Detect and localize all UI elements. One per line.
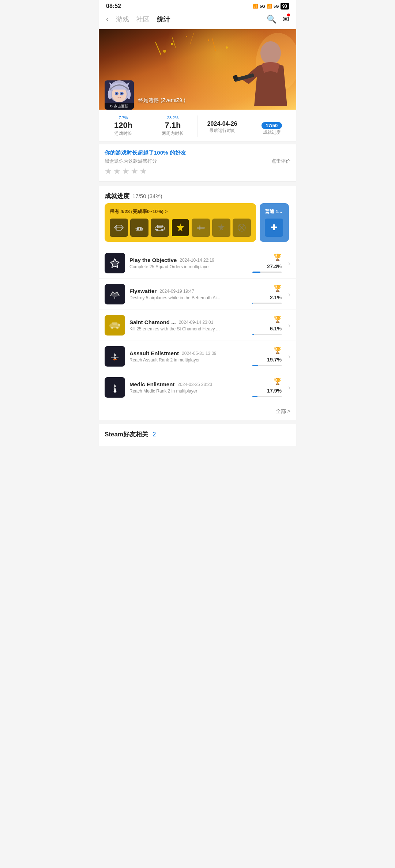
normal-card-icons: ✚ — [265, 219, 284, 237]
achievement-progress-bar-5 — [252, 396, 282, 397]
progress-fill-3 — [252, 334, 254, 335]
signal-icon: 5G — [260, 4, 265, 8]
stat-last-run: - 2024-04-26 最后运行时间 — [198, 115, 247, 137]
ach-title-row-5: Medic Enlistment 2024-03-25 23:23 — [129, 381, 248, 387]
back-button[interactable]: ‹ — [106, 15, 109, 24]
achievement-name-2: Flyswatter — [129, 288, 157, 294]
mail-badge — [287, 14, 290, 16]
star-1[interactable]: ★ — [105, 167, 112, 176]
svg-rect-24 — [140, 227, 142, 230]
achievement-icon-medic-enlistment — [105, 377, 125, 398]
rare-card-tag[interactable]: 稀有 4/28 (完成率0~10%) > — [110, 208, 168, 215]
achievement-right-3: 🏆 6.1% — [252, 315, 282, 335]
achievement-item-play-objective[interactable]: Play the Objective 2024-10-14 22:19 Comp… — [99, 248, 296, 279]
rating-action[interactable]: 点击评价 — [271, 158, 290, 164]
hero-profile: ⟳ 点击更新 终是遗憾 (ZvemiZ9.) — [105, 80, 185, 110]
achievement-right-1: 🏆 27.4% — [252, 253, 282, 273]
achievement-progress-bar-4 — [252, 365, 282, 366]
last-run-label: 最后运行时间 — [209, 128, 236, 133]
normal-add-icon[interactable]: ✚ — [265, 219, 283, 237]
avatar[interactable]: ⟳ 点击更新 — [105, 80, 134, 110]
rare-card-icons — [110, 219, 251, 237]
trophy-icon-4: 🏆 — [274, 346, 282, 355]
achievement-desc-3: Kill 25 enemies with the St Chamond Heav… — [129, 326, 248, 331]
playtime-label: 游戏时长 — [114, 131, 132, 136]
achievement-progress-bar-3 — [252, 334, 282, 335]
achievement-name-3: Saint Chamond ... — [129, 319, 176, 325]
progress-badge-text: 17/50 — [262, 122, 282, 129]
svg-rect-30 — [199, 225, 200, 230]
svg-rect-23 — [137, 228, 139, 230]
playtime-value: 120h — [99, 121, 148, 130]
svg-rect-41 — [113, 391, 117, 391]
rare-icon-1 — [110, 219, 128, 237]
achievement-percent-2: 2.1% — [270, 295, 282, 300]
star-3[interactable]: ★ — [122, 167, 129, 176]
achievement-item-saint-chamond[interactable]: Saint Chamond ... 2024-09-14 23:01 Kill … — [99, 310, 296, 341]
normal-achievement-card[interactable]: 普通 1... ✚ — [260, 203, 289, 242]
achievement-list: Play the Objective 2024-10-14 22:19 Comp… — [99, 248, 296, 403]
progress-fill-2 — [252, 303, 253, 304]
svg-line-9 — [172, 37, 176, 48]
battery-indicator: 93 — [281, 3, 289, 10]
nav-bar: ‹ 游戏 社区 统计 🔍 ✉ — [99, 11, 296, 29]
svg-point-36 — [111, 327, 113, 329]
achievement-cards-row: 稀有 4/28 (完成率0~10%) > — [99, 203, 296, 248]
ach-title-row-4: Assault Enlistment 2024-05-31 13:09 — [129, 350, 248, 356]
achievement-progress-bar-1 — [252, 272, 282, 273]
star-2[interactable]: ★ — [113, 167, 121, 176]
achievement-icon-assault-enlistment — [105, 346, 125, 367]
ach-title-row-3: Saint Chamond ... 2024-09-14 23:01 — [129, 319, 248, 325]
achievement-section: 成就进度 17/50 (34%) 稀有 4/28 (完成率0~10%) > — [99, 186, 296, 248]
chevron-icon-5: › — [288, 384, 290, 391]
achievement-content-assault-enlistment: Assault Enlistment 2024-05-31 13:09 Reac… — [129, 350, 248, 363]
achievement-item-flyswatter[interactable]: Flyswatter 2024-09-19 19:47 Destroy 5 ai… — [99, 279, 296, 310]
star-5[interactable]: ★ — [140, 167, 147, 176]
chevron-icon-4: › — [288, 353, 290, 360]
avatar-update-label[interactable]: ⟳ 点击更新 — [105, 103, 134, 110]
achievement-date-5: 2024-03-25 23:23 — [177, 382, 212, 387]
achievement-badge: 17/50 — [247, 121, 296, 129]
svg-point-18 — [116, 93, 117, 95]
mail-button[interactable]: ✉ — [282, 15, 289, 24]
svg-point-37 — [116, 327, 118, 329]
progress-fill-1 — [252, 272, 260, 273]
chevron-icon-2: › — [288, 291, 290, 298]
achievement-percent-5: 17.9% — [267, 388, 282, 394]
achievement-item-assault-enlistment[interactable]: Assault Enlistment 2024-05-31 13:09 Reac… — [99, 341, 296, 372]
achievement-item-medic-enlistment[interactable]: Medic Enlistment 2024-03-25 23:23 Reach … — [99, 372, 296, 403]
svg-point-19 — [121, 93, 123, 95]
rare-card-header: 稀有 4/28 (完成率0~10%) > — [110, 208, 251, 215]
hero-username: 终是遗憾 (ZvemiZ9.) — [138, 96, 185, 110]
rare-icon-5 — [192, 219, 210, 237]
achievement-percent-4: 19.7% — [267, 357, 282, 363]
achievement-name-4: Assault Enlistment — [129, 350, 179, 356]
svg-point-4 — [171, 43, 173, 45]
rare-achievement-card[interactable]: 稀有 4/28 (完成率0~10%) > — [105, 203, 256, 242]
achievement-content-flyswatter: Flyswatter 2024-09-19 19:47 Destroy 5 ai… — [129, 288, 248, 300]
normal-card-tag[interactable]: 普通 1... — [265, 208, 282, 215]
tab-community[interactable]: 社区 — [136, 15, 150, 24]
view-all-link[interactable]: 全部 > — [276, 408, 290, 414]
stat-playtime: 7.7% 120h 游戏时长 — [99, 115, 148, 137]
tab-stats[interactable]: 统计 — [157, 15, 170, 24]
rating-title: 你的游戏时长超越了100% 的好友 — [105, 149, 290, 156]
tab-games[interactable]: 游戏 — [116, 15, 129, 24]
svg-line-10 — [190, 33, 194, 44]
rating-banner[interactable]: 你的游戏时长超越了100% 的好友 黑盒邀你为这款游戏打分 点击评价 ★ ★ ★… — [99, 144, 296, 182]
achievement-section-sub: 17/50 (34%) — [132, 193, 162, 199]
achievement-content-saint-chamond: Saint Chamond ... 2024-09-14 23:01 Kill … — [129, 319, 248, 331]
star-4[interactable]: ★ — [131, 167, 138, 176]
friends-title: Steam好友相关 — [105, 431, 148, 438]
friends-count: 2 — [153, 431, 156, 438]
achievement-desc-1: Complete 25 Squad Orders in multiplayer — [129, 264, 248, 269]
svg-line-11 — [155, 42, 161, 55]
trophy-icon-1: 🏆 — [274, 253, 282, 261]
search-button[interactable]: 🔍 — [267, 15, 276, 24]
achievement-name-1: Play the Objective — [129, 257, 177, 263]
rare-icon-3 — [151, 219, 169, 237]
chevron-icon-3: › — [288, 322, 290, 329]
view-all-row[interactable]: 全部 > — [99, 403, 296, 420]
rating-stars[interactable]: ★ ★ ★ ★ ★ — [105, 167, 290, 176]
playtime-percent: 7.7% — [99, 115, 148, 120]
